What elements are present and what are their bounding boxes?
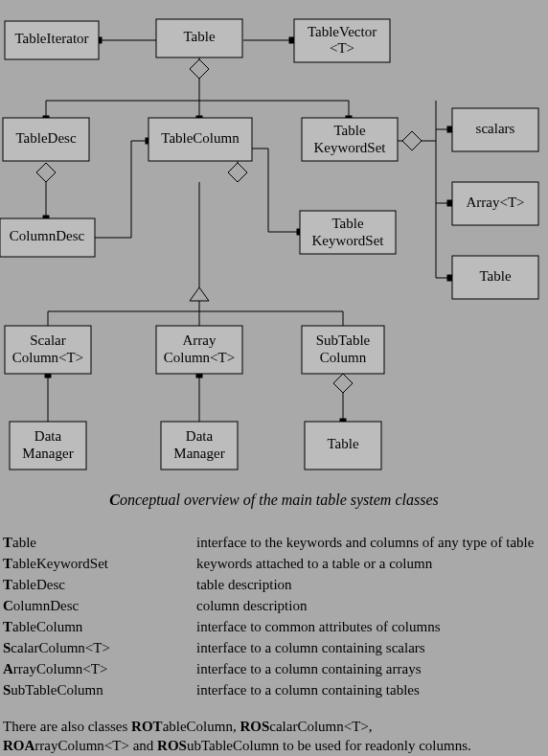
svg-marker-21 bbox=[402, 131, 422, 150]
def-row: SubTableColumninterface to a column cont… bbox=[3, 679, 545, 700]
box-dm2-b: Manager bbox=[173, 446, 224, 461]
def-row: TableKeywordSetkeywords attached to a ta… bbox=[3, 553, 545, 574]
box-arraycol-1: Array bbox=[183, 332, 217, 348]
def-row: ColumnDesccolumn description bbox=[3, 595, 545, 616]
svg-marker-35 bbox=[228, 163, 247, 182]
box-subtablecol-2: Column bbox=[320, 350, 367, 365]
box-arraycol-2: Column<T> bbox=[164, 350, 235, 365]
def-row: TableDesctable description bbox=[3, 574, 545, 595]
box-table3: Table bbox=[327, 436, 358, 451]
box-tableiterator: TableIterator bbox=[14, 31, 88, 46]
caption-bold: C bbox=[109, 492, 120, 508]
box-tablevector-1: TableVector bbox=[308, 24, 377, 39]
diagram-caption: Conceptual overview of the main table sy… bbox=[0, 492, 548, 509]
def-row: Tableinterface to the keywords and colum… bbox=[3, 532, 545, 553]
box-dm1-a: Data bbox=[34, 428, 62, 444]
footnote: There are also classes ROTableColumn, RO… bbox=[0, 717, 548, 756]
box-tablecolumn: TableColumn bbox=[161, 130, 240, 146]
box-dm1-b: Manager bbox=[22, 446, 73, 461]
box-scalarcol-1: Scalar bbox=[30, 332, 65, 348]
definitions-table: Tableinterface to the keywords and colum… bbox=[0, 532, 548, 700]
box-tabledesc: TableDesc bbox=[15, 130, 76, 146]
box-tks2-b: KeywordSet bbox=[312, 233, 385, 248]
def-row: ScalarColumn<T>interface to a column con… bbox=[3, 637, 545, 658]
box-tks1-a: Table bbox=[333, 123, 365, 138]
box-tablevector-2: <T> bbox=[330, 40, 354, 56]
class-diagram: TableIterator Table TableVector <T> Tabl… bbox=[0, 0, 548, 484]
box-arrayt: Array<T> bbox=[466, 195, 524, 210]
box-dm2-a: Data bbox=[186, 428, 214, 444]
box-scalarcol-2: Column<T> bbox=[12, 350, 83, 365]
box-scalars: scalars bbox=[476, 121, 515, 136]
def-row: ArrayColumn<T>interface to a column cont… bbox=[3, 658, 545, 679]
box-columndesc: ColumnDesc bbox=[10, 228, 85, 243]
box-tks2-a: Table bbox=[331, 216, 363, 231]
svg-marker-37 bbox=[190, 287, 209, 301]
svg-marker-48 bbox=[333, 374, 353, 393]
svg-marker-5 bbox=[190, 59, 209, 79]
box-table: Table bbox=[183, 29, 215, 44]
def-row: TableColumninterface to common attribute… bbox=[3, 616, 545, 637]
box-tks1-b: KeywordSet bbox=[314, 140, 387, 155]
box-subtablecol-1: SubTable bbox=[316, 332, 371, 348]
svg-marker-14 bbox=[36, 163, 56, 182]
caption-text: onceptual overview of the main table sys… bbox=[120, 492, 439, 508]
box-table2: Table bbox=[479, 268, 511, 284]
